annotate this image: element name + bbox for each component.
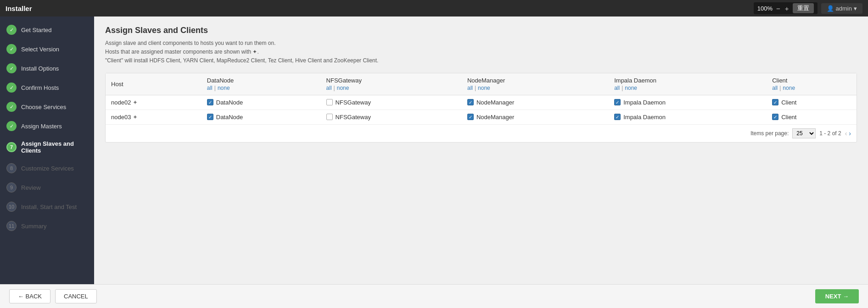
zoom-out-button[interactable]: − [775, 5, 781, 12]
client-checkbox-1[interactable] [772, 114, 778, 120]
col-header-host: Host [106, 73, 202, 95]
sidebar-label-select-version: Select Version [21, 46, 59, 53]
client-cell-0[interactable]: Client [767, 95, 857, 110]
nfsgateway-checkbox-0[interactable] [326, 99, 333, 105]
col-all-client[interactable]: all [772, 85, 778, 91]
step-circle-select-version: ✓ [6, 44, 17, 54]
table-row: node03✦DataNodeNFSGatewayNodeManagerImpa… [106, 110, 857, 124]
admin-label: admin [836, 5, 852, 12]
step-circle-summary: 11 [6, 221, 17, 231]
step-circle-assign-masters: ✓ [6, 121, 17, 131]
col-none-nfsgateway[interactable]: none [337, 85, 349, 91]
sidebar-item-install-options[interactable]: ✓ Install Options [0, 59, 94, 78]
sidebar: ✓ Get Started ✓ Select Version ✓ Install… [0, 16, 94, 284]
step-circle-confirm-hosts: ✓ [6, 82, 17, 93]
col-header-nodemanager: NodeManager all | none [462, 73, 609, 95]
col-all-impala-daemon[interactable]: all [614, 85, 620, 91]
table-row: node02✦DataNodeNFSGatewayNodeManagerImpa… [106, 95, 857, 110]
admin-menu-button[interactable]: 👤 admin ▾ [821, 3, 862, 14]
nfsgateway-cell-0[interactable]: NFSGateway [321, 95, 462, 110]
content-area: Assign Slaves and Clients Assign slave a… [94, 16, 868, 284]
step-circle-install-options: ✓ [6, 63, 17, 73]
sidebar-item-install-start-test: 10 Install, Start and Test [0, 197, 94, 216]
col-none-client[interactable]: none [783, 85, 795, 91]
per-page-select[interactable]: 25 50 100 [792, 128, 816, 138]
sidebar-item-get-started[interactable]: ✓ Get Started [0, 20, 94, 39]
client-cell-1[interactable]: Client [767, 110, 857, 124]
impala-daemon-cell-1[interactable]: Impala Daemon [609, 110, 767, 124]
sidebar-item-select-version[interactable]: ✓ Select Version [0, 39, 94, 59]
sidebar-item-assign-slaves[interactable]: 7 Assign Slaves and Clients [0, 136, 94, 159]
impala-daemon-checkbox-1[interactable] [614, 114, 621, 120]
step-circle-choose-services: ✓ [6, 102, 17, 112]
items-per-page-label: Items per page: [750, 130, 789, 137]
page-description: Assign slave and client components to ho… [105, 39, 857, 66]
desc-line-3: "Client" will install HDFS Client, YARN … [105, 56, 857, 65]
user-icon: 👤 [827, 5, 834, 12]
col-header-datanode: DataNode all | none [202, 73, 321, 95]
footer: ← BACK CANCEL NEXT → [0, 284, 868, 308]
nodemanager-checkbox-0[interactable] [467, 99, 474, 105]
datanode-cell-1[interactable]: DataNode [202, 110, 321, 124]
nodemanager-checkbox-1[interactable] [467, 114, 474, 120]
col-none-impala-daemon[interactable]: none [625, 85, 637, 91]
cancel-button[interactable]: CANCEL [55, 289, 97, 303]
col-header-nfsgateway: NFSGateway all | none [321, 73, 462, 95]
sidebar-label-install-options: Install Options [21, 65, 59, 72]
sidebar-item-assign-masters[interactable]: ✓ Assign Masters [0, 116, 94, 136]
next-button[interactable]: NEXT → [815, 289, 859, 303]
app-title: Installer [6, 5, 32, 12]
footer-left: ← BACK CANCEL [9, 289, 97, 303]
sidebar-item-confirm-hosts[interactable]: ✓ Confirm Hosts [0, 78, 94, 97]
sidebar-label-get-started: Get Started [21, 27, 51, 33]
top-bar: Installer 100% − + 重置 👤 admin ▾ [0, 0, 868, 16]
datanode-checkbox-1[interactable] [207, 114, 213, 120]
host-name-1: node03 [111, 114, 131, 121]
nfsgateway-checkbox-1[interactable] [326, 114, 333, 120]
impala-daemon-checkbox-0[interactable] [614, 99, 621, 105]
next-page-button[interactable]: › [849, 130, 851, 137]
nodemanager-cell-0[interactable]: NodeManager [462, 95, 609, 110]
step-circle-customize-services: 8 [6, 163, 17, 173]
back-button[interactable]: ← BACK [9, 289, 50, 303]
col-all-nfsgateway[interactable]: all [326, 85, 332, 91]
desc-line-2: Hosts that are assigned master component… [105, 48, 857, 56]
col-all-nodemanager[interactable]: all [467, 85, 473, 91]
master-star-icon: ✦ [133, 114, 138, 121]
sidebar-label-install-start-test: Install, Start and Test [21, 204, 77, 210]
datanode-checkbox-0[interactable] [207, 99, 213, 105]
assign-table: Host DataNode all | none NFSGateway all … [106, 73, 857, 124]
impala-daemon-cell-0[interactable]: Impala Daemon [609, 95, 767, 110]
sidebar-item-choose-services[interactable]: ✓ Choose Services [0, 97, 94, 116]
page-content: Assign Slaves and Clients Assign slave a… [94, 16, 868, 284]
col-header-impala-daemon: Impala Daemon all | none [609, 73, 767, 95]
sidebar-label-choose-services: Choose Services [21, 104, 66, 110]
page-range-label: 1 - 2 of 2 [819, 130, 841, 137]
reset-button[interactable]: 重置 [793, 3, 814, 13]
sidebar-label-customize-services: Customize Services [21, 165, 74, 172]
col-none-datanode[interactable]: none [218, 85, 230, 91]
datanode-cell-0[interactable]: DataNode [202, 95, 321, 110]
step-circle-review: 9 [6, 182, 17, 192]
nfsgateway-cell-1[interactable]: NFSGateway [321, 110, 462, 124]
prev-page-button[interactable]: ‹ [845, 130, 847, 137]
sidebar-item-summary: 11 Summary [0, 216, 94, 236]
sidebar-label-confirm-hosts: Confirm Hosts [21, 84, 59, 91]
step-circle-assign-slaves: 7 [6, 142, 17, 152]
desc-line-1: Assign slave and client components to ho… [105, 39, 857, 48]
assign-table-container: Host DataNode all | none NFSGateway all … [105, 73, 857, 143]
col-none-nodemanager[interactable]: none [478, 85, 490, 91]
pagination-nav: ‹ › [845, 130, 851, 137]
pagination-row: Items per page: 25 50 100 1 - 2 of 2 ‹ › [106, 124, 857, 142]
zoom-value: 100% [757, 5, 773, 12]
page-title: Assign Slaves and Clients [105, 26, 857, 35]
nodemanager-cell-1[interactable]: NodeManager [462, 110, 609, 124]
sidebar-label-summary: Summary [21, 223, 47, 230]
host-name-0: node02 [111, 99, 131, 106]
host-cell-0: node02✦ [106, 95, 202, 110]
zoom-in-button[interactable]: + [784, 5, 790, 12]
client-checkbox-0[interactable] [772, 99, 778, 105]
col-all-datanode[interactable]: all [207, 85, 213, 91]
dropdown-icon: ▾ [854, 5, 857, 12]
sidebar-label-review: Review [21, 184, 41, 191]
